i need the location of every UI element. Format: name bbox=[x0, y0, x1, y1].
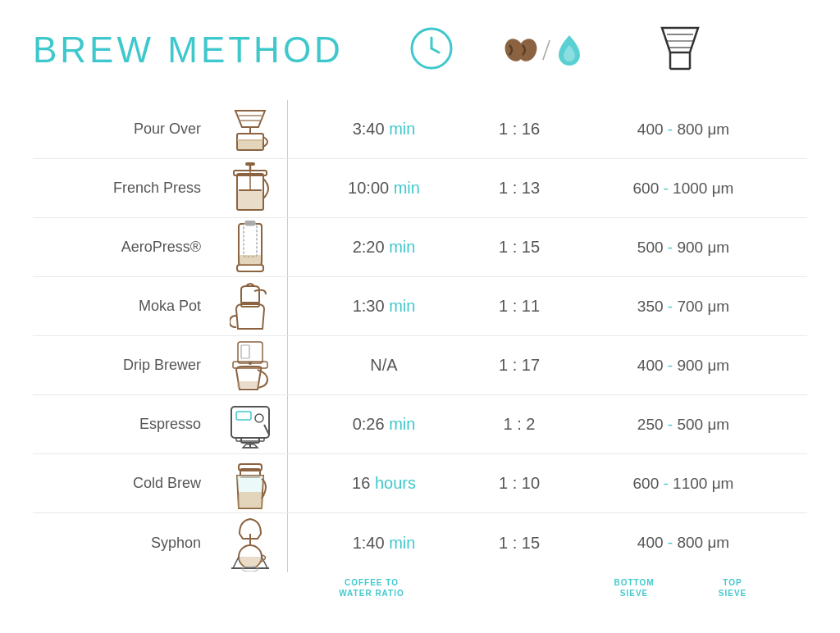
svg-rect-28 bbox=[244, 224, 257, 257]
svg-marker-5 bbox=[662, 28, 698, 52]
table-row: Moka Pot 1:30 min 1 : 11 350 - 700 μm bbox=[33, 277, 807, 336]
svg-rect-38 bbox=[241, 438, 259, 443]
method-name: French Press bbox=[33, 180, 213, 197]
method-icon-aeropress bbox=[213, 221, 287, 275]
coffee-bean-icon bbox=[503, 35, 539, 65]
method-name: Syphon bbox=[33, 535, 213, 552]
table-row: Cold Brew 16 hours 1 : 10 600 - 1100 μm bbox=[33, 454, 807, 513]
page: BREW METHOD / bbox=[0, 0, 840, 633]
svg-point-36 bbox=[249, 362, 252, 365]
clock-icon bbox=[409, 26, 454, 74]
brew-table: Pour Over 3:40 min 1 : 16 400 - 800 bbox=[33, 100, 807, 617]
brew-time: 0:26 min bbox=[290, 415, 454, 434]
ratio: 1 : 2 bbox=[454, 415, 585, 434]
table-row: Espresso 0:26 min 1 : 2 250 - 500 μm bbox=[33, 395, 807, 454]
svg-rect-26 bbox=[238, 191, 262, 209]
svg-rect-31 bbox=[240, 255, 261, 265]
brew-time: 1:30 min bbox=[290, 297, 454, 316]
brew-time: 3:40 min bbox=[290, 120, 454, 139]
slash-divider: / bbox=[542, 33, 550, 67]
method-icon-moka-pot bbox=[213, 280, 287, 334]
svg-marker-12 bbox=[235, 111, 265, 127]
method-icon-drip-brewer bbox=[213, 339, 287, 393]
method-name: Drip Brewer bbox=[33, 357, 213, 374]
method-icon-pour-over bbox=[213, 104, 287, 155]
header: BREW METHOD / bbox=[33, 25, 807, 84]
table-row: Syphon 1:40 min bbox=[33, 513, 807, 572]
ratio: 1 : 15 bbox=[454, 238, 585, 257]
svg-line-2 bbox=[431, 48, 439, 52]
sieve-range: 600 - 1000 μm bbox=[585, 180, 782, 198]
sieve-range: 350 - 700 μm bbox=[585, 298, 782, 316]
svg-rect-19 bbox=[238, 141, 262, 149]
page-title: BREW METHOD bbox=[33, 30, 344, 71]
ratio: 1 : 11 bbox=[454, 297, 585, 316]
brew-time: N/A bbox=[290, 356, 454, 375]
brew-time: 16 hours bbox=[290, 474, 454, 493]
svg-rect-29 bbox=[245, 221, 255, 225]
brew-time: 10:00 min bbox=[290, 179, 454, 198]
ratio: 1 : 17 bbox=[454, 356, 585, 375]
ratio: 1 : 10 bbox=[454, 474, 585, 493]
sieve-range: 250 - 500 μm bbox=[585, 416, 782, 434]
table-row: French Press 10:00 min 1 : 13 600 - 1000… bbox=[33, 159, 807, 218]
ratio: 1 : 16 bbox=[454, 120, 585, 139]
method-name: Moka Pot bbox=[33, 298, 213, 315]
footer-labels: COFFEE TOWATER RATIO BOTTOMSIEVE TOPSIEV… bbox=[33, 572, 807, 603]
rows-container: Pour Over 3:40 min 1 : 16 400 - 800 bbox=[33, 100, 807, 572]
svg-rect-23 bbox=[245, 162, 255, 166]
sieve-range: 500 - 900 μm bbox=[585, 239, 782, 257]
table-row: AeroPress® 2:20 min 1 : 15 500 - 900 μm bbox=[33, 218, 807, 277]
bottom-sieve-label: BOTTOMSIEVE bbox=[585, 577, 683, 599]
method-name: Espresso bbox=[33, 416, 213, 433]
coffee-water-label: COFFEE TOWATER RATIO bbox=[290, 577, 454, 599]
brew-time: 2:20 min bbox=[290, 238, 454, 257]
svg-point-42 bbox=[255, 414, 263, 422]
sieve-range: 400 - 900 μm bbox=[585, 357, 782, 375]
sieve-range: 400 - 800 μm bbox=[585, 534, 782, 552]
svg-rect-30 bbox=[237, 265, 263, 271]
method-icon-cold-brew bbox=[213, 456, 287, 512]
svg-rect-41 bbox=[236, 412, 251, 420]
ratio-icons: / bbox=[503, 32, 585, 68]
method-icon-french-press bbox=[213, 162, 287, 215]
water-drop-icon bbox=[554, 32, 585, 68]
method-icon-espresso bbox=[213, 398, 287, 451]
svg-rect-35 bbox=[241, 345, 249, 358]
table-row: Drip Brewer N/A 1 : 17 400 - 900 μm bbox=[33, 336, 807, 395]
method-name: Cold Brew bbox=[33, 475, 213, 492]
brew-time: 1:40 min bbox=[290, 534, 454, 553]
ratio: 1 : 15 bbox=[454, 534, 585, 553]
sieve-icon bbox=[659, 25, 701, 75]
ratio: 1 : 13 bbox=[454, 179, 585, 198]
sieve-range: 400 - 800 μm bbox=[585, 121, 782, 139]
method-name: AeroPress® bbox=[33, 239, 213, 256]
top-sieve-label: TOPSIEVE bbox=[683, 577, 782, 599]
method-icon-syphon bbox=[213, 514, 287, 572]
table-row: Pour Over 3:40 min 1 : 16 400 - 800 bbox=[33, 100, 807, 159]
sieve-range: 600 - 1100 μm bbox=[585, 475, 782, 493]
method-name: Pour Over bbox=[33, 121, 213, 138]
